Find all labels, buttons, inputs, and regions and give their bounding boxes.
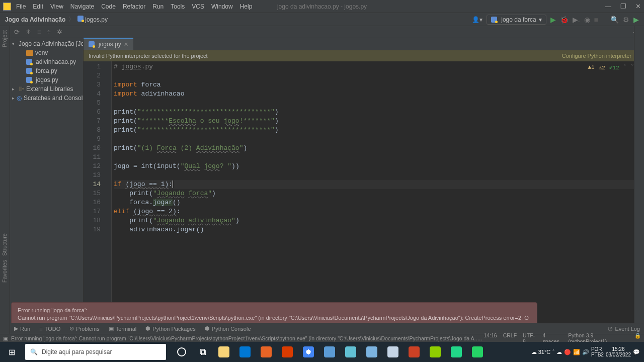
- search-icon[interactable]: 🔍: [610, 16, 619, 24]
- titlebar: File Edit View Navigate Code Refactor Ru…: [0, 0, 644, 13]
- tray-chevron-icon[interactable]: ˆ: [552, 349, 554, 355]
- configure-interpreter-link[interactable]: Configure Python interpreter: [562, 53, 631, 59]
- menu-view[interactable]: View: [50, 3, 63, 10]
- tray-lang[interactable]: PORPTB2: [591, 346, 604, 357]
- python-file-icon: [89, 41, 95, 47]
- status-message: Error running 'jogo da forca': Cannot ru…: [11, 335, 484, 341]
- code-content[interactable]: # jogos.py import forcaimport adivinhaca…: [112, 61, 644, 335]
- taskbar-whatsapp[interactable]: [468, 342, 487, 361]
- menu-navigate[interactable]: Navigate: [70, 3, 94, 10]
- tree-adivinhacao[interactable]: adivinhacao.py: [10, 57, 83, 66]
- taskbar-pycharm[interactable]: [447, 342, 466, 361]
- status-icon[interactable]: ▣: [3, 335, 8, 341]
- taskbar-notes[interactable]: [341, 342, 360, 361]
- main-menu: File Edit View Navigate Code Refactor Ru…: [16, 3, 252, 10]
- tab-run[interactable]: ▶ Run: [14, 325, 30, 332]
- tray-volume-icon[interactable]: 🔊: [582, 349, 589, 355]
- menu-edit[interactable]: Edit: [33, 3, 43, 10]
- run-with-coverage-button[interactable]: ▶.: [573, 16, 580, 24]
- main-area: ▾Jogo da Adivinhação [Jo venv adivinhaca…: [10, 38, 644, 335]
- tab-problems[interactable]: ⊘ Problems: [69, 325, 99, 332]
- taskbar-chrome[interactable]: [299, 342, 318, 361]
- taskbar-office[interactable]: [278, 342, 297, 361]
- taskbar-taskview[interactable]: ⧉: [193, 342, 212, 361]
- tab-todo[interactable]: ≡ TODO: [39, 326, 60, 332]
- menu-code[interactable]: Code: [101, 3, 116, 10]
- search-placeholder: Digite aqui para pesquisar: [42, 348, 112, 355]
- taskbar-vscode[interactable]: [235, 342, 255, 361]
- minimize-icon[interactable]: —: [605, 3, 611, 10]
- window-controls: — ❐ ✕: [605, 3, 641, 10]
- taskbar-app-orange[interactable]: [257, 342, 276, 361]
- breadcrumb-file[interactable]: jogos.py: [85, 16, 108, 23]
- profile-button[interactable]: ◉: [584, 16, 590, 24]
- tab-jogos[interactable]: jogos.py ✕: [84, 38, 133, 50]
- tab-console[interactable]: ⬢ Python Console: [205, 325, 251, 332]
- menu-help[interactable]: Help: [240, 3, 253, 10]
- tree-scratches[interactable]: ▸◎Scratches and Consoles: [10, 94, 83, 103]
- user-icon[interactable]: 👤▾: [472, 16, 482, 23]
- code-area[interactable]: 12345678910111213141516171819 # jogos.py…: [84, 61, 644, 335]
- breadcrumb-project[interactable]: Jogo da Adivinhação: [5, 16, 65, 23]
- left-tool-strip: Project: [0, 26, 10, 342]
- taskbar-cortana[interactable]: [172, 342, 191, 361]
- python-file-icon: [491, 17, 497, 23]
- run-button[interactable]: ▶: [550, 16, 556, 24]
- project-tree[interactable]: ▾Jogo da Adivinhação [Jo venv adivinhaca…: [10, 38, 84, 335]
- run-config-selector[interactable]: jogo da forca ▾: [487, 15, 546, 25]
- menu-run[interactable]: Run: [152, 3, 164, 10]
- structure-strip-group: Structure Favorites: [0, 229, 10, 287]
- taskbar-calc[interactable]: [320, 342, 339, 361]
- tree-ext-libs[interactable]: ▸⊪External Libraries: [10, 84, 83, 94]
- taskbar-search[interactable]: 🔍 Digite aqui para pesquisar: [25, 344, 166, 360]
- windows-taskbar: ⊞ 🔍 Digite aqui para pesquisar ⧉ ☁ 31°C …: [0, 342, 644, 362]
- menu-file[interactable]: File: [16, 3, 26, 10]
- tree-forca[interactable]: forca.py: [10, 66, 83, 75]
- sync-icon[interactable]: ▶: [633, 16, 639, 24]
- taskbar-app-green[interactable]: [426, 342, 445, 361]
- favorites-tool-button[interactable]: Favorites: [2, 260, 8, 283]
- taskbar-app-red[interactable]: [405, 342, 424, 361]
- menu-window[interactable]: Window: [211, 3, 233, 10]
- status-bar: ▣ Error running 'jogo da forca': Cannot …: [0, 334, 644, 342]
- window-title: jogo da adivinhacao.py - jogos.py: [277, 3, 367, 10]
- stop-button[interactable]: ■: [594, 16, 598, 24]
- menu-tools[interactable]: Tools: [171, 3, 185, 10]
- tree-root[interactable]: ▾Jogo da Adivinhação [Jo: [10, 39, 83, 48]
- tab-terminal[interactable]: ▣ Terminal: [109, 325, 137, 332]
- taskbar-tray: ☁ 31°C ˆ ☁ 🔴 📶 🔊 PORPTB2 15:2603/02/2022…: [531, 346, 644, 357]
- taskbar-notepad[interactable]: [362, 342, 381, 361]
- tray-clock[interactable]: 15:2603/02/2022: [606, 346, 631, 357]
- project-tool-button[interactable]: Project: [2, 30, 8, 47]
- tree-jogos[interactable]: jogos.py: [10, 75, 83, 84]
- tray-wifi-icon[interactable]: 📶: [573, 349, 580, 355]
- filter-icon[interactable]: ÷: [47, 28, 51, 36]
- add-icon[interactable]: ✳: [26, 28, 31, 36]
- close-tab-icon[interactable]: ✕: [124, 41, 128, 48]
- weather-widget[interactable]: ☁ 31°C: [531, 349, 551, 355]
- taskbar-explorer[interactable]: [214, 342, 233, 361]
- editor: jogos.py ✕ Invalid Python interpreter se…: [84, 38, 644, 335]
- interpreter-warning-banner: Invalid Python interpreter selected for …: [84, 50, 644, 61]
- structure-tool-button[interactable]: Structure: [2, 233, 8, 256]
- start-button[interactable]: ⊞: [0, 347, 23, 357]
- flatten-icon[interactable]: ≡: [37, 28, 41, 36]
- tab-packages[interactable]: ⬢ Python Packages: [145, 325, 196, 332]
- close-icon[interactable]: ✕: [635, 3, 641, 10]
- settings-tree-icon[interactable]: ✲: [57, 28, 62, 36]
- menu-vcs[interactable]: VCS: [192, 3, 204, 10]
- reload-icon[interactable]: ⟳: [14, 28, 20, 36]
- settings-icon[interactable]: ⚙: [623, 16, 629, 24]
- inspection-indicators[interactable]: ▲1 ⚠2 ✔12 ˆˇ: [588, 64, 634, 71]
- tree-venv[interactable]: venv: [10, 48, 83, 57]
- tray-notifications-icon[interactable]: 💬: [633, 349, 640, 355]
- menu-refactor[interactable]: Refactor: [123, 3, 145, 10]
- tray-onedrive-icon[interactable]: ☁: [556, 349, 562, 355]
- banner-message: Invalid Python interpreter selected for …: [89, 53, 208, 59]
- tray-app-icon[interactable]: 🔴: [564, 349, 571, 355]
- debug-button[interactable]: 🐞: [560, 16, 569, 24]
- run-config-name: jogo da forca: [501, 16, 536, 23]
- maximize-icon[interactable]: ❐: [620, 3, 626, 10]
- taskbar-mail[interactable]: [383, 342, 403, 361]
- tab-eventlog[interactable]: ◷ Event Log: [608, 325, 640, 332]
